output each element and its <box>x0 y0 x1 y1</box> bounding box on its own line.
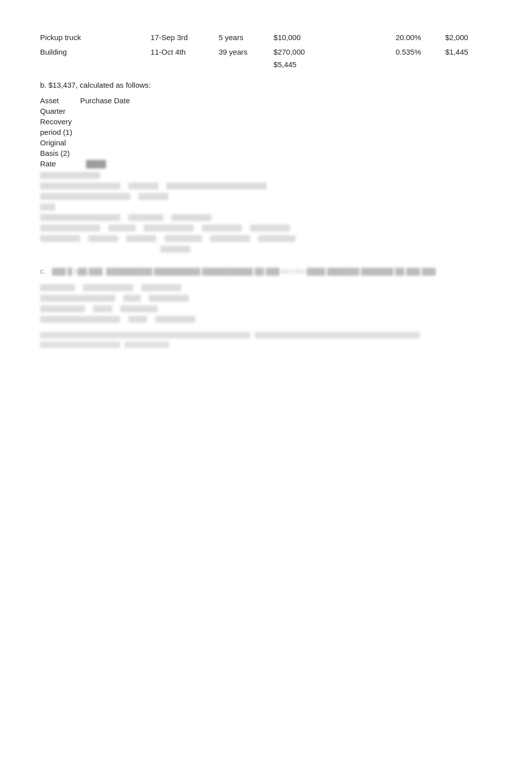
date-cell: 11-Oct 4th <box>151 45 219 59</box>
section-c-text: ███ █ $██,███, ██████████ ██████████ ███… <box>52 268 436 275</box>
sub-items-section <box>40 284 491 323</box>
blurred-row <box>40 235 491 242</box>
footer-note <box>40 332 491 348</box>
date-cell: 17-Sep 3rd <box>151 30 219 45</box>
header-original: Original <box>40 138 491 147</box>
rate-value-cell: 0.535% <box>396 45 445 59</box>
asset-cell: Pickup truck <box>40 30 151 45</box>
period-cell: 5 years <box>218 30 274 45</box>
basis-cell: $270,000 <box>274 45 333 59</box>
asset-cell: Building <box>40 45 151 59</box>
depreciation-cell: $2,000 <box>445 30 491 45</box>
rate-value-cell: 20.00% <box>396 30 445 45</box>
main-content: Pickup truck 17-Sep 3rd 5 years $10,000 … <box>40 30 491 348</box>
section-b-label: b. $13,437, calculated as follows: <box>40 81 491 89</box>
total-row: $5,445 <box>40 59 491 72</box>
basis-cell: $10,000 <box>274 30 333 45</box>
section-c: c. ███ █ $██,███, ██████████ ██████████ … <box>40 267 491 348</box>
table-row: Building 11-Oct 4th 39 years $270,000 0.… <box>40 45 491 59</box>
header-basis: Basis (2) <box>40 149 491 157</box>
sub-header <box>40 284 491 291</box>
blurred-row <box>40 172 491 179</box>
rate-cell <box>333 30 396 45</box>
rate-blurred-value: ████ <box>86 160 106 168</box>
depreciation-cell: $1,445 <box>445 45 491 59</box>
header-purchase-date: Purchase Date <box>80 96 140 105</box>
sub-item-3 <box>40 316 491 323</box>
header-period: period (1) <box>40 128 491 136</box>
header-rate: Rate <box>40 159 56 168</box>
sub-item-1 <box>40 295 491 302</box>
period-cell: 39 years <box>218 45 274 59</box>
header-quarter: Quarter <box>40 107 491 115</box>
blurred-row <box>40 193 491 200</box>
section-c-note: c. ███ █ $██,███, ██████████ ██████████ … <box>40 267 491 275</box>
header-asset: Asset <box>40 96 70 105</box>
blurred-row <box>40 182 491 189</box>
rate-spacer <box>333 45 396 59</box>
depreciation-table: Pickup truck 17-Sep 3rd 5 years $10,000 … <box>40 30 491 72</box>
blurred-row <box>40 214 491 221</box>
blurred-row <box>40 204 491 211</box>
sub-item-2 <box>40 305 491 312</box>
column-headers: Asset Purchase Date Quarter Recovery per… <box>40 96 491 168</box>
blurred-row <box>40 225 491 232</box>
blurred-section-1 <box>40 172 491 253</box>
table-row: Pickup truck 17-Sep 3rd 5 years $10,000 … <box>40 30 491 45</box>
total-cell: $5,445 <box>274 59 333 72</box>
header-recovery: Recovery <box>40 117 491 126</box>
blurred-total-row <box>40 246 491 253</box>
